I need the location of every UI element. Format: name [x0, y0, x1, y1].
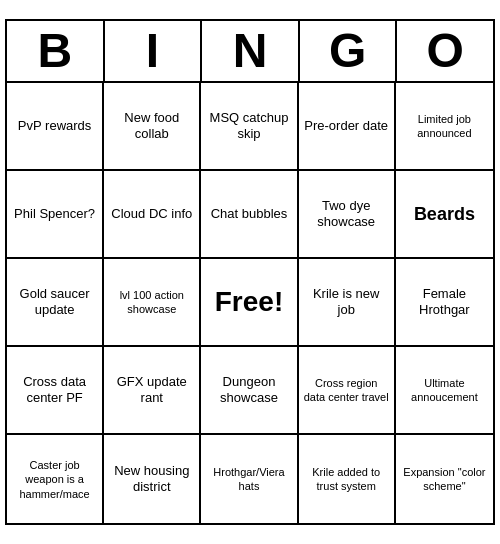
bingo-cell-13: Krile is new job: [299, 259, 396, 347]
bingo-cell-6: Cloud DC info: [104, 171, 201, 259]
bingo-cell-0: PvP rewards: [7, 83, 104, 171]
bingo-card: BINGO PvP rewardsNew food collabMSQ catc…: [5, 19, 495, 526]
bingo-cell-18: Cross region data center travel: [299, 347, 396, 435]
bingo-cell-1: New food collab: [104, 83, 201, 171]
bingo-letter-n: N: [202, 21, 300, 82]
bingo-letter-o: O: [397, 21, 493, 82]
bingo-letter-b: B: [7, 21, 105, 82]
bingo-cell-8: Two dye showcase: [299, 171, 396, 259]
bingo-cell-17: Dungeon showcase: [201, 347, 298, 435]
bingo-cell-11: lvl 100 action showcase: [104, 259, 201, 347]
bingo-cell-22: Hrothgar/Viera hats: [201, 435, 298, 523]
bingo-cell-14: Female Hrothgar: [396, 259, 493, 347]
bingo-letter-g: G: [300, 21, 398, 82]
bingo-cell-15: Cross data center PF: [7, 347, 104, 435]
bingo-grid: PvP rewardsNew food collabMSQ catchup sk…: [7, 83, 493, 523]
bingo-cell-23: Krile added to trust system: [299, 435, 396, 523]
bingo-header: BINGO: [7, 21, 493, 84]
bingo-cell-5: Phil Spencer?: [7, 171, 104, 259]
bingo-cell-3: Pre-order date: [299, 83, 396, 171]
bingo-cell-20: Caster job weapon is a hammer/mace: [7, 435, 104, 523]
bingo-cell-19: Ultimate annoucement: [396, 347, 493, 435]
bingo-cell-12: Free!: [201, 259, 298, 347]
bingo-cell-4: Limited job announced: [396, 83, 493, 171]
bingo-cell-16: GFX update rant: [104, 347, 201, 435]
bingo-cell-21: New housing district: [104, 435, 201, 523]
bingo-cell-7: Chat bubbles: [201, 171, 298, 259]
bingo-cell-24: Expansion "color scheme": [396, 435, 493, 523]
bingo-cell-10: Gold saucer update: [7, 259, 104, 347]
bingo-cell-2: MSQ catchup skip: [201, 83, 298, 171]
bingo-cell-9: Beards: [396, 171, 493, 259]
bingo-letter-i: I: [105, 21, 203, 82]
